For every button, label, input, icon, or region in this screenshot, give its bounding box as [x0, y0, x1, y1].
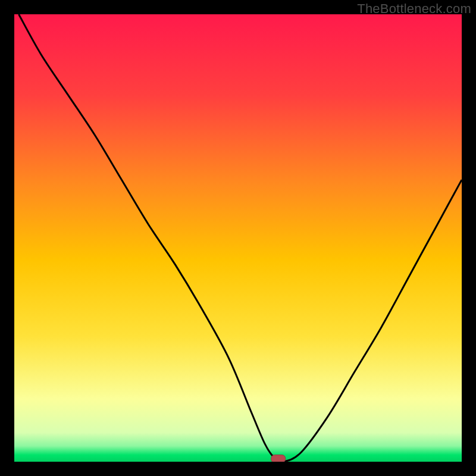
gradient-background — [14, 14, 462, 462]
bottleneck-chart — [14, 14, 462, 462]
chart-frame: TheBottleneck.com — [0, 0, 476, 476]
watermark-text: TheBottleneck.com — [357, 1, 471, 17]
optimum-marker — [271, 455, 286, 462]
plot-area — [14, 14, 462, 462]
